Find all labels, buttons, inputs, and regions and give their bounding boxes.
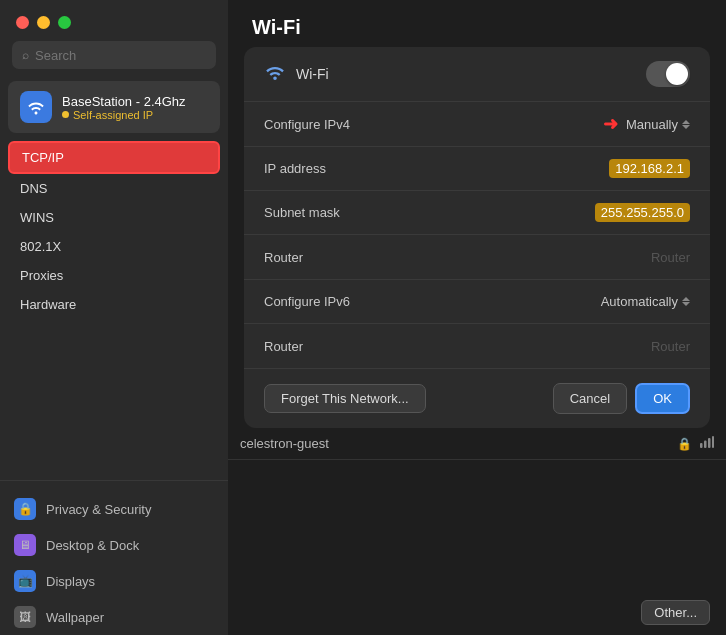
cancel-button[interactable]: Cancel [553, 383, 627, 414]
lock-icon: 🔒 [677, 437, 692, 451]
dialog-footer: Forget This Network... Cancel OK [244, 369, 710, 428]
ip-address-row: IP address 192.168.2.1 [244, 147, 710, 191]
network-name: BaseStation - 2.4Ghz [62, 94, 186, 109]
desktop-icon: 🖥 [14, 534, 36, 556]
sidebar-item-dns[interactable]: DNS [0, 174, 228, 203]
configure-ipv6-label: Configure IPv6 [264, 294, 350, 309]
search-bar: ⌕ [12, 41, 216, 69]
ipv6-section: Configure IPv6 Automatically Router Rout… [244, 280, 710, 369]
sidebar-bottom: 🔒 Privacy & Security 🖥 Desktop & Dock 📺 … [0, 480, 228, 635]
footer-right-buttons: Cancel OK [553, 383, 690, 414]
router-label: Router [264, 250, 303, 265]
configure-ipv4-value[interactable]: Manually [626, 117, 690, 132]
sidebar-item-privacy[interactable]: 🔒 Privacy & Security [0, 491, 228, 527]
configure-ipv6-value[interactable]: Automatically [601, 294, 690, 309]
wifi-icon [264, 63, 286, 86]
network-list-area: celestron-guest 🔒 Other... [228, 428, 726, 635]
dialog: Wi-Fi Configure IPv4 ➜ Manually [244, 47, 710, 428]
stepper-arrows[interactable] [682, 120, 690, 129]
sidebar-item-8021x[interactable]: 802.1X [0, 232, 228, 261]
displays-label: Displays [46, 574, 95, 589]
router-row: Router Router [244, 235, 710, 279]
other-networks-button[interactable]: Other... [641, 600, 710, 625]
sidebar-item-wins[interactable]: WINS [0, 203, 228, 232]
sidebar-item-proxies[interactable]: Proxies [0, 261, 228, 290]
network-info: BaseStation - 2.4Ghz Self-assigned IP [62, 94, 186, 121]
sidebar-item-tcpip[interactable]: TCP/IP [8, 141, 220, 174]
subnet-mask-row: Subnet mask 255.255.255.0 [244, 191, 710, 235]
wifi-toggle-row: Wi-Fi [244, 47, 710, 102]
ip-address-label: IP address [264, 161, 326, 176]
page-title: Wi-Fi [228, 0, 726, 47]
ip-address-value[interactable]: 192.168.2.1 [609, 159, 690, 178]
sidebar-item-desktop[interactable]: 🖥 Desktop & Dock [0, 527, 228, 563]
wallpaper-label: Wallpaper [46, 610, 104, 625]
red-arrow-icon: ➜ [603, 113, 618, 135]
main-panel: Wi-Fi Wi-Fi Configure IPv4 [228, 0, 726, 635]
sidebar-item-displays[interactable]: 📺 Displays [0, 563, 228, 599]
search-input[interactable] [35, 48, 206, 63]
router6-label: Router [264, 339, 303, 354]
toggle-knob [666, 63, 688, 85]
ipv6-stepper-down-icon[interactable] [682, 302, 690, 306]
privacy-icon: 🔒 [14, 498, 36, 520]
svg-rect-2 [708, 438, 711, 448]
traffic-lights [0, 0, 228, 41]
configure-ipv4-label: Configure IPv4 [264, 117, 350, 132]
nav-list: TCP/IP DNS WINS 802.1X Proxies Hardware [0, 141, 228, 319]
router-value[interactable]: Router [651, 250, 690, 265]
wifi-text-label: Wi-Fi [296, 66, 329, 82]
network-status: Self-assigned IP [62, 109, 186, 121]
zoom-button[interactable] [58, 16, 71, 29]
privacy-label: Privacy & Security [46, 502, 151, 517]
arrow-container: ➜ Manually [603, 113, 690, 135]
displays-icon: 📺 [14, 570, 36, 592]
wallpaper-icon: 🖼 [14, 606, 36, 628]
signal-icon [700, 436, 714, 451]
ipv6-stepper-up-icon[interactable] [682, 297, 690, 301]
network-list-row[interactable]: celestron-guest 🔒 [228, 428, 726, 460]
svg-rect-3 [712, 436, 714, 448]
sidebar-item-hardware[interactable]: Hardware [0, 290, 228, 319]
ipv6-stepper-arrows[interactable] [682, 297, 690, 306]
network-list-row-right: 🔒 [677, 436, 714, 451]
ok-button[interactable]: OK [635, 383, 690, 414]
status-dot [62, 111, 69, 118]
sidebar: ⌕ BaseStation - 2.4Ghz Self-assigned IP … [0, 0, 228, 635]
svg-rect-0 [700, 443, 703, 448]
wifi-label-row: Wi-Fi [264, 63, 329, 86]
subnet-mask-label: Subnet mask [264, 205, 340, 220]
close-button[interactable] [16, 16, 29, 29]
minimize-button[interactable] [37, 16, 50, 29]
desktop-label: Desktop & Dock [46, 538, 139, 553]
router6-row: Router Router [244, 324, 710, 368]
configure-ipv4-row: Configure IPv4 ➜ Manually [244, 102, 710, 147]
ipv4-section: Configure IPv4 ➜ Manually IP address 192… [244, 102, 710, 280]
wifi-icon-circle [20, 91, 52, 123]
stepper-down-icon[interactable] [682, 125, 690, 129]
network-list-name: celestron-guest [240, 436, 329, 451]
sidebar-item-wallpaper[interactable]: 🖼 Wallpaper [0, 599, 228, 635]
subnet-mask-value[interactable]: 255.255.255.0 [595, 203, 690, 222]
configure-ipv6-row: Configure IPv6 Automatically [244, 280, 710, 324]
svg-rect-1 [704, 441, 707, 449]
forget-network-button[interactable]: Forget This Network... [264, 384, 426, 413]
stepper-up-icon[interactable] [682, 120, 690, 124]
search-icon: ⌕ [22, 48, 29, 62]
network-item[interactable]: BaseStation - 2.4Ghz Self-assigned IP [8, 81, 220, 133]
router6-value[interactable]: Router [651, 339, 690, 354]
wifi-toggle[interactable] [646, 61, 690, 87]
